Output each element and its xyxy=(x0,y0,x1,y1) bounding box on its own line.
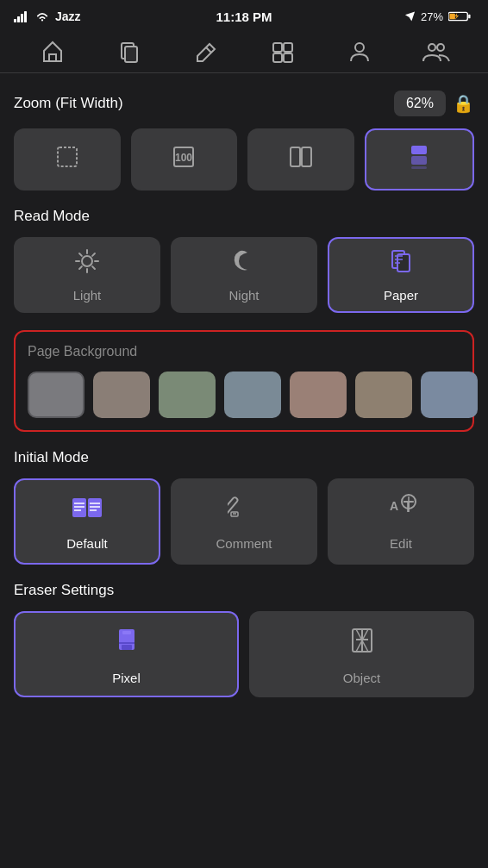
svg-rect-13 xyxy=(284,53,292,62)
read-mode-light[interactable]: Light xyxy=(14,237,160,313)
initial-mode-title: Initial Mode xyxy=(14,449,474,466)
svg-text:100: 100 xyxy=(175,152,192,164)
page-background-section: Page Background xyxy=(14,330,474,432)
view-btn-split[interactable] xyxy=(247,128,354,190)
pixel-eraser-icon xyxy=(110,624,143,664)
page-background-label: Page Background xyxy=(28,344,460,359)
swatch-4[interactable] xyxy=(290,372,347,418)
nav-home-icon[interactable] xyxy=(34,36,72,67)
eraser-row: Pixel Object xyxy=(14,611,474,697)
pixel-label: Pixel xyxy=(112,671,141,685)
location-icon xyxy=(404,10,416,22)
init-mode-edit[interactable]: A T Edit xyxy=(328,478,474,565)
main-content: Zoom (Fit Width) 62% 🔒 100 xyxy=(0,82,488,697)
svg-rect-12 xyxy=(273,53,282,62)
eraser-settings-title: Eraser Settings xyxy=(14,582,474,599)
svg-rect-40 xyxy=(88,498,102,517)
nav-pages-icon[interactable] xyxy=(110,36,148,67)
svg-rect-6 xyxy=(449,14,455,20)
svg-line-32 xyxy=(79,266,82,269)
battery-icon xyxy=(448,10,471,22)
split-icon xyxy=(288,144,314,176)
svg-point-14 xyxy=(355,43,364,52)
nav-layout-icon[interactable] xyxy=(264,36,302,67)
nav-group-icon[interactable] xyxy=(417,36,455,67)
read-mode-night[interactable]: Night xyxy=(171,237,317,313)
svg-rect-22 xyxy=(411,146,427,154)
svg-point-16 xyxy=(437,44,444,51)
swatch-5[interactable] xyxy=(355,372,412,418)
eraser-pixel[interactable]: Pixel xyxy=(14,611,239,697)
color-swatches xyxy=(28,372,460,418)
initial-mode-row: Default Comment A T xyxy=(14,478,474,565)
svg-text:A: A xyxy=(390,499,398,513)
default-icon xyxy=(71,493,103,529)
svg-line-31 xyxy=(92,266,95,269)
svg-rect-5 xyxy=(468,15,470,19)
zoom-label: Zoom (Fit Width) xyxy=(14,95,123,112)
svg-rect-10 xyxy=(273,43,282,52)
paper-label: Paper xyxy=(384,288,418,303)
svg-rect-7 xyxy=(49,54,56,61)
swatch-6[interactable] xyxy=(421,372,478,418)
scroll-icon xyxy=(406,144,432,176)
svg-rect-9 xyxy=(125,47,137,62)
view-btn-fit-page[interactable] xyxy=(14,128,121,190)
status-carrier: Jazz xyxy=(14,9,81,23)
zoom-value-box: 62% 🔒 xyxy=(394,91,474,116)
svg-rect-1 xyxy=(17,16,20,22)
object-eraser-icon xyxy=(346,624,379,664)
default-label: Default xyxy=(66,536,108,551)
comment-icon xyxy=(228,493,260,529)
svg-rect-3 xyxy=(24,11,27,22)
init-mode-comment[interactable]: Comment xyxy=(171,478,317,565)
status-time: 11:18 PM xyxy=(216,9,272,24)
svg-point-25 xyxy=(82,256,92,266)
init-mode-default[interactable]: Default xyxy=(14,478,160,565)
moon-icon xyxy=(230,247,258,281)
zoom-row: Zoom (Fit Width) 62% 🔒 xyxy=(14,82,474,128)
lock-icon[interactable]: 🔒 xyxy=(453,93,474,114)
nav-person-icon[interactable] xyxy=(341,36,379,67)
svg-rect-20 xyxy=(291,147,300,166)
comment-label: Comment xyxy=(216,536,272,551)
wifi-icon xyxy=(34,10,50,22)
svg-rect-0 xyxy=(14,19,16,22)
swatch-2[interactable] xyxy=(159,372,216,418)
object-label: Object xyxy=(343,671,380,685)
svg-rect-21 xyxy=(302,147,311,166)
svg-line-33 xyxy=(92,253,95,256)
svg-rect-17 xyxy=(58,147,77,166)
signal-icon xyxy=(14,10,29,22)
edit-label: Edit xyxy=(390,536,412,551)
top-nav xyxy=(0,31,488,73)
swatch-1[interactable] xyxy=(93,372,150,418)
svg-rect-39 xyxy=(72,498,86,517)
sun-icon xyxy=(73,247,101,281)
view-mode-row: 100 xyxy=(14,128,474,190)
read-mode-paper[interactable]: Paper xyxy=(328,237,474,313)
status-bar: Jazz 11:18 PM 27% xyxy=(0,0,488,31)
view-btn-scroll[interactable] xyxy=(365,128,475,190)
light-label: Light xyxy=(73,288,102,303)
svg-rect-2 xyxy=(21,14,23,22)
svg-line-30 xyxy=(79,253,82,256)
zoom-value[interactable]: 62% xyxy=(394,91,446,116)
edit-icon: A T xyxy=(385,493,417,529)
swatch-3[interactable] xyxy=(224,372,281,418)
read-mode-title: Read Mode xyxy=(14,208,474,225)
eraser-object[interactable]: Object xyxy=(249,611,474,697)
swatch-0[interactable] xyxy=(28,372,84,418)
night-label: Night xyxy=(228,288,259,303)
svg-rect-56 xyxy=(122,645,132,650)
view-btn-fit-width[interactable]: 100 xyxy=(131,128,238,190)
status-right: 27% xyxy=(404,10,471,23)
read-mode-row: Light Night Paper xyxy=(14,237,474,313)
fit-page-icon xyxy=(54,144,80,176)
paper-icon xyxy=(387,247,415,281)
svg-rect-58 xyxy=(122,631,131,634)
svg-rect-11 xyxy=(284,43,292,52)
svg-rect-24 xyxy=(411,166,427,169)
svg-point-15 xyxy=(429,44,435,51)
nav-pen-icon[interactable] xyxy=(187,36,225,67)
